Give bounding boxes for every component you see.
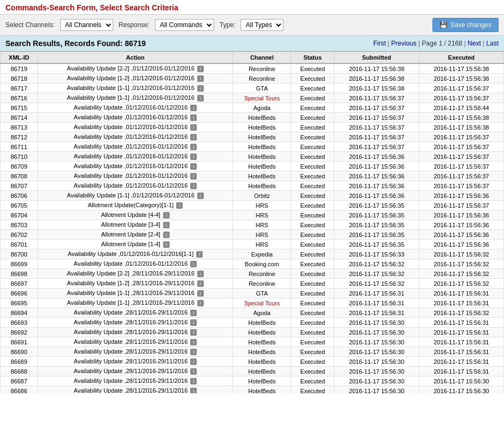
table-row[interactable]: 86708 Availability Update ,01/12/2016-01… (1, 171, 504, 181)
table-row[interactable]: 86690 Availability Update ,28/11/2016-29… (1, 347, 504, 357)
info-icon[interactable]: i (190, 153, 197, 160)
table-row[interactable]: 86696 Availability Update [1-1] ,28/11/2… (1, 289, 504, 298)
cell-channel: HotelBeds (233, 123, 291, 132)
info-icon[interactable]: i (190, 319, 197, 326)
table-row[interactable]: 86713 Availability Update ,01/12/2016-01… (1, 123, 504, 132)
info-icon[interactable]: i (197, 193, 204, 199)
info-icon[interactable]: i (197, 66, 204, 72)
table-row[interactable]: 86714 Availability Update ,01/12/2016-01… (1, 113, 504, 123)
table-row[interactable]: 86717 Availability Update [1-1] ,01/12/2… (1, 84, 504, 93)
pagination-first[interactable]: First (373, 40, 386, 47)
table-row[interactable]: 86704 Allotment Update [4-4] i HRS Execu… (1, 210, 504, 220)
table-row[interactable]: 86692 Availability Update ,28/11/2016-29… (1, 328, 504, 337)
table-row[interactable]: 86699 Availability Update ,01/12/2016-01… (1, 259, 504, 269)
cell-channel: HotelBeds (233, 328, 291, 337)
info-icon[interactable]: i (190, 114, 197, 121)
info-icon[interactable]: i (197, 75, 204, 82)
cell-xmlid: 86718 (1, 74, 38, 84)
table-row[interactable]: 86689 Availability Update ,28/11/2016-29… (1, 357, 504, 367)
table-row[interactable]: 86698 Availability Update [2-2] ,28/11/2… (1, 269, 504, 279)
cell-executed: 2016-11-17 15:56:38 (419, 113, 503, 123)
table-row[interactable]: 86709 Availability Update ,01/12/2016-01… (1, 162, 504, 171)
info-icon[interactable]: i (190, 378, 197, 384)
table-row[interactable]: 86697 Availability Update [1-2] ,28/11/2… (1, 279, 504, 289)
info-icon[interactable]: i (190, 163, 197, 170)
cell-executed: 2016-11-17 15:56:37 (419, 132, 503, 142)
table-row[interactable]: 86695 Availability Update [1-1] ,28/11/2… (1, 298, 504, 308)
table-row[interactable]: 86694 Availability Update ,28/11/2016-29… (1, 308, 504, 318)
info-icon[interactable]: i (190, 329, 197, 336)
pagination-next[interactable]: Next (468, 40, 481, 47)
cell-executed: 2016-11-17 15:56:32 (419, 279, 503, 289)
channels-select[interactable]: All Channels (60, 19, 113, 31)
info-icon[interactable]: i (197, 300, 204, 306)
info-icon[interactable]: i (190, 261, 197, 267)
info-icon[interactable]: i (190, 134, 197, 140)
pagination-previous[interactable]: Previous (391, 40, 417, 47)
info-icon[interactable]: i (190, 124, 197, 131)
cell-status: Executed (291, 171, 334, 181)
cell-status: Executed (291, 84, 334, 93)
table-row[interactable]: 86686 Availability Update ,28/11/2016-29… (1, 386, 504, 394)
table-row[interactable]: 86702 Allotment Update [2-4] i HRS Execu… (1, 230, 504, 240)
table-row[interactable]: 86719 Availability Update [2-2] ,01/12/2… (1, 63, 504, 74)
cell-channel: HotelBeds (233, 318, 291, 328)
info-icon[interactable]: i (190, 183, 197, 189)
table-row[interactable]: 86688 Availability Update ,28/11/2016-29… (1, 367, 504, 376)
table-row[interactable]: 86707 Availability Update ,01/12/2016-01… (1, 181, 504, 191)
pagination-last[interactable]: Last (486, 40, 499, 47)
cell-xmlid: 86703 (1, 220, 38, 230)
info-icon[interactable]: i (190, 173, 197, 180)
cell-status: Executed (291, 181, 334, 191)
info-icon[interactable]: i (190, 144, 197, 150)
info-icon[interactable]: i (197, 95, 204, 101)
info-icon[interactable]: i (197, 280, 204, 287)
table-row[interactable]: 86715 Availability Update ,01/12/2016-01… (1, 103, 504, 113)
table-row[interactable]: 86716 Availability Update [1-1] ,01/12/2… (1, 93, 504, 103)
table-row[interactable]: 86693 Availability Update ,28/11/2016-29… (1, 318, 504, 328)
cell-action: Availability Update ,01/12/2016-01/12/20… (38, 171, 233, 181)
cell-action: Availability Update ,28/11/2016-29/11/20… (38, 386, 233, 394)
cell-status: Executed (291, 152, 334, 162)
info-icon[interactable]: i (190, 358, 197, 365)
info-icon[interactable]: i (163, 241, 170, 248)
table-row[interactable]: 86701 Allotment Update [1-4] i HRS Execu… (1, 240, 504, 249)
info-icon[interactable]: i (163, 212, 170, 219)
table-row[interactable]: 86700 Availability Update ,01/12/2016-01… (1, 249, 504, 259)
info-icon[interactable]: i (176, 202, 183, 209)
cell-channel: Booking.com (233, 259, 291, 269)
cell-channel: Reconline (233, 74, 291, 84)
table-row[interactable]: 86706 Availability Update [1-1] ,01/12/2… (1, 191, 504, 201)
table-row[interactable]: 86703 Allotment Update [3-4] i HRS Execu… (1, 220, 504, 230)
table-row[interactable]: 86705 Allotment Update(Category)[1-1] i … (1, 201, 504, 210)
info-icon[interactable]: i (190, 105, 197, 111)
info-icon[interactable]: i (163, 222, 170, 228)
cell-status: Executed (291, 103, 334, 113)
cell-submitted: 2016-11-17 15:56:37 (334, 103, 419, 113)
info-icon[interactable]: i (190, 310, 197, 316)
cell-executed: 2016-11-17 15:56:37 (419, 162, 503, 171)
table-row[interactable]: 86710 Availability Update ,01/12/2016-01… (1, 152, 504, 162)
table-row[interactable]: 86718 Availability Update [1-2] ,01/12/2… (1, 74, 504, 84)
info-icon[interactable]: i (190, 368, 197, 375)
cell-xmlid: 86696 (1, 289, 38, 298)
info-icon[interactable]: i (163, 232, 170, 238)
save-button[interactable]: 💾 Save changes (432, 18, 499, 32)
info-icon[interactable]: i (190, 349, 197, 355)
table-row[interactable]: 86687 Availability Update ,28/11/2016-29… (1, 376, 504, 386)
info-icon[interactable]: i (197, 290, 204, 297)
response-select[interactable]: All Commands (155, 19, 214, 31)
type-select[interactable]: All Types (241, 19, 283, 31)
table-row[interactable]: 86691 Availability Update ,28/11/2016-29… (1, 337, 504, 347)
table-row[interactable]: 86712 Availability Update ,01/12/2016-01… (1, 132, 504, 142)
table-row[interactable]: 86711 Availability Update ,01/12/2016-01… (1, 142, 504, 152)
cell-xmlid: 86704 (1, 210, 38, 220)
info-icon[interactable]: i (196, 251, 203, 258)
info-icon[interactable]: i (190, 388, 197, 393)
info-icon[interactable]: i (190, 339, 197, 345)
info-icon[interactable]: i (197, 271, 204, 277)
cell-channel: Reconline (233, 63, 291, 74)
info-icon[interactable]: i (197, 85, 204, 92)
cell-status: Executed (291, 328, 334, 337)
cell-status: Executed (291, 347, 334, 357)
